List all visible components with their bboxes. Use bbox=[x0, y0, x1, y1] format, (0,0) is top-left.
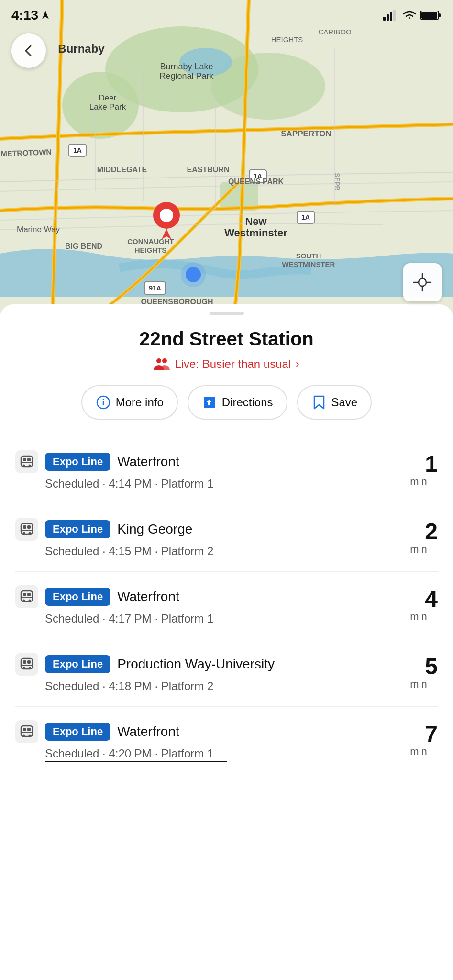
busyness-chevron-icon: › bbox=[296, 358, 299, 370]
svg-point-62 bbox=[29, 465, 31, 467]
svg-text:1A: 1A bbox=[301, 213, 310, 221]
bottom-sheet: 22nd Street Station Live: Busier than us… bbox=[0, 304, 453, 774]
back-chevron-icon bbox=[22, 44, 35, 57]
svg-rect-70 bbox=[21, 591, 33, 601]
directions-button[interactable]: Directions bbox=[188, 385, 287, 420]
svg-point-53 bbox=[156, 358, 161, 363]
svg-point-45 bbox=[160, 209, 173, 222]
svg-rect-82 bbox=[21, 726, 33, 736]
destination-name: King George bbox=[117, 522, 192, 537]
svg-text:Deer: Deer bbox=[99, 93, 117, 102]
busyness-label: Live: Busier than usual bbox=[175, 357, 291, 371]
svg-marker-0 bbox=[42, 11, 49, 19]
svg-text:i: i bbox=[102, 398, 104, 407]
transit-item[interactable]: Expo Line King George Scheduled · 4:15 P… bbox=[15, 504, 438, 572]
svg-text:Burnaby: Burnaby bbox=[58, 42, 105, 55]
action-row: i More info Directions Save bbox=[15, 385, 438, 420]
transit-item[interactable]: Expo Line Waterfront Scheduled · 4:20 PM… bbox=[15, 707, 438, 774]
svg-rect-65 bbox=[23, 525, 26, 529]
svg-rect-72 bbox=[27, 593, 31, 596]
transit-schedule: Scheduled · 4:15 PM · Platform 2 bbox=[45, 545, 213, 558]
transit-item-left: Expo Line Production Way-University Sche… bbox=[15, 653, 275, 693]
expo-badge: Expo Line bbox=[45, 588, 110, 606]
transit-icon bbox=[15, 585, 38, 608]
battery-icon bbox=[420, 10, 442, 21]
svg-text:HEIGHTS: HEIGHTS bbox=[135, 246, 167, 254]
svg-rect-6 bbox=[439, 13, 441, 17]
people-icon bbox=[154, 357, 170, 371]
save-button[interactable]: Save bbox=[297, 385, 372, 420]
svg-text:Westminster: Westminster bbox=[224, 227, 287, 239]
svg-point-54 bbox=[162, 358, 167, 363]
destination-name: Waterfront bbox=[117, 454, 179, 469]
info-icon: i bbox=[96, 395, 111, 410]
svg-rect-2 bbox=[387, 14, 389, 21]
transit-time: 7 min bbox=[399, 723, 438, 758]
more-info-button[interactable]: i More info bbox=[81, 385, 178, 420]
transit-item-left: Expo Line Waterfront Scheduled · 4:14 PM… bbox=[15, 450, 213, 490]
svg-rect-76 bbox=[21, 658, 33, 669]
svg-point-74 bbox=[29, 600, 31, 602]
drag-handle[interactable] bbox=[210, 312, 244, 315]
destination-name: Waterfront bbox=[117, 589, 179, 604]
transit-schedule: Scheduled · 4:14 PM · Platform 1 bbox=[45, 477, 213, 490]
busyness-row[interactable]: Live: Busier than usual › bbox=[15, 357, 438, 371]
signal-icon bbox=[383, 10, 398, 21]
transit-item[interactable]: Expo Line Production Way-University Sche… bbox=[15, 639, 438, 707]
train-icon bbox=[19, 522, 34, 537]
svg-text:SFPR: SFPR bbox=[333, 173, 341, 190]
svg-text:Regional Park: Regional Park bbox=[159, 71, 214, 81]
status-time: 4:13 bbox=[11, 8, 50, 23]
directions-label: Directions bbox=[222, 396, 273, 409]
svg-text:BIG BEND: BIG BEND bbox=[65, 242, 102, 250]
svg-point-86 bbox=[29, 735, 31, 737]
svg-point-68 bbox=[29, 532, 31, 535]
transit-item[interactable]: Expo Line Waterfront Scheduled · 4:17 PM… bbox=[15, 572, 438, 639]
expo-badge: Expo Line bbox=[45, 723, 110, 741]
svg-rect-71 bbox=[23, 593, 26, 596]
transit-item-left: Expo Line King George Scheduled · 4:15 P… bbox=[15, 518, 213, 558]
svg-text:Burnaby Lake: Burnaby Lake bbox=[160, 62, 213, 71]
svg-text:SOUTH: SOUTH bbox=[296, 252, 321, 260]
svg-point-79 bbox=[23, 667, 25, 669]
map-view[interactable]: 1A 1A 1A 91A Burnaby Burnaby Lake Region… bbox=[0, 0, 453, 316]
transit-schedule: Scheduled · 4:17 PM · Platform 1 bbox=[45, 612, 213, 625]
svg-point-85 bbox=[23, 735, 25, 737]
destination-name: Waterfront bbox=[117, 724, 179, 739]
svg-text:EASTBURN: EASTBURN bbox=[187, 166, 230, 174]
status-icons bbox=[383, 10, 442, 21]
svg-rect-1 bbox=[383, 17, 386, 21]
svg-point-80 bbox=[29, 667, 31, 669]
svg-text:91A: 91A bbox=[149, 284, 161, 292]
svg-text:Lake Park: Lake Park bbox=[89, 102, 126, 111]
expo-badge: Expo Line bbox=[45, 520, 110, 538]
train-icon bbox=[19, 454, 34, 469]
locate-button[interactable] bbox=[403, 263, 442, 301]
svg-rect-66 bbox=[27, 525, 31, 529]
save-label: Save bbox=[331, 396, 358, 409]
svg-text:Marine Way: Marine Way bbox=[17, 225, 60, 234]
transit-time: 4 min bbox=[399, 588, 438, 623]
svg-rect-77 bbox=[23, 660, 26, 664]
svg-rect-58 bbox=[21, 456, 33, 467]
expo-badge: Expo Line bbox=[45, 655, 110, 673]
svg-rect-83 bbox=[23, 728, 26, 731]
svg-text:CARIBOO: CARIBOO bbox=[318, 28, 351, 36]
transit-list: Expo Line Waterfront Scheduled · 4:14 PM… bbox=[15, 437, 438, 774]
back-button[interactable] bbox=[11, 33, 46, 68]
wifi-icon bbox=[402, 10, 417, 21]
svg-text:CONNAUGHT: CONNAUGHT bbox=[127, 237, 174, 245]
svg-point-67 bbox=[23, 532, 25, 535]
transit-schedule: Scheduled · 4:20 PM · Platform 1 bbox=[45, 747, 213, 760]
train-icon bbox=[19, 657, 34, 672]
svg-point-47 bbox=[181, 262, 206, 287]
transit-item-left: Expo Line Waterfront Scheduled · 4:17 PM… bbox=[15, 585, 213, 625]
svg-rect-64 bbox=[21, 523, 33, 534]
transit-item-left: Expo Line Waterfront Scheduled · 4:20 PM… bbox=[15, 720, 213, 760]
svg-rect-78 bbox=[27, 660, 31, 664]
transit-time: 5 min bbox=[399, 655, 438, 690]
svg-rect-59 bbox=[23, 458, 26, 461]
svg-text:QUEENS PARK: QUEENS PARK bbox=[228, 178, 284, 186]
transit-icon bbox=[15, 450, 38, 473]
transit-item[interactable]: Expo Line Waterfront Scheduled · 4:14 PM… bbox=[15, 437, 438, 504]
